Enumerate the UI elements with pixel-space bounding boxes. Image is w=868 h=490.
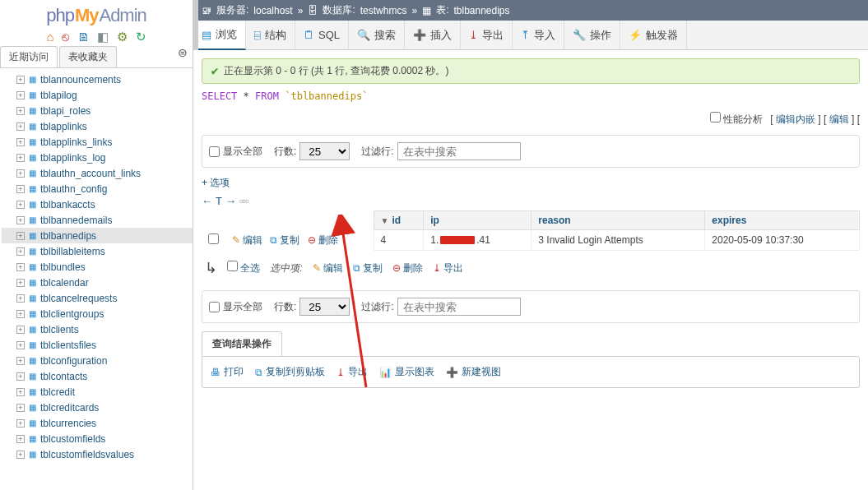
gear-icon[interactable]: ⚙ <box>117 30 128 44</box>
tree-item-tblapi_roles[interactable]: +▦tblapi_roles <box>2 103 193 118</box>
expand-icon[interactable]: + <box>16 169 25 178</box>
sel-copy[interactable]: ⧉复制 <box>353 261 383 275</box>
expand-icon[interactable]: + <box>16 107 25 115</box>
expand-icon[interactable]: + <box>16 310 25 318</box>
expand-icon[interactable]: + <box>16 357 25 365</box>
tab-insert[interactable]: ➕插入 <box>405 21 461 49</box>
tree-item-tblbannedips[interactable]: +▦tblbannedips <box>2 228 193 243</box>
expand-icon[interactable]: + <box>16 279 25 287</box>
expand-icon[interactable]: + <box>16 263 25 271</box>
tree-item-tblbankaccts[interactable]: +▦tblbankaccts <box>2 196 193 212</box>
op-chart[interactable]: 📊显示图表 <box>379 365 434 379</box>
expand-icon[interactable]: + <box>16 232 25 240</box>
col-reason[interactable]: reason <box>531 211 705 230</box>
tree-item-tblbillableitems[interactable]: +▦tblbillableitems <box>2 243 193 259</box>
tree-item-tblcancelrequests[interactable]: +▦tblcancelrequests <box>2 290 193 306</box>
tab-sql[interactable]: 🗒SQL <box>295 21 349 49</box>
home-icon[interactable]: ⌂ <box>46 30 53 44</box>
col-id[interactable]: ▼id <box>374 211 424 230</box>
breadcrumb-server[interactable]: localhost <box>253 5 292 16</box>
tab-recent[interactable]: 近期访问 <box>0 46 58 67</box>
tab-import[interactable]: ⤒导入 <box>513 21 564 49</box>
tree-item-tblbannedemails[interactable]: +▦tblbannedemails <box>2 212 193 228</box>
row-copy-link[interactable]: ⧉复制 <box>270 233 299 247</box>
expand-icon[interactable]: + <box>16 341 25 349</box>
tree-item-tblclientsfiles[interactable]: +▦tblclientsfiles <box>2 337 193 353</box>
edit-inline-link[interactable]: 编辑内嵌 <box>776 113 815 125</box>
tree-item-tblapplinks[interactable]: +▦tblapplinks <box>2 118 193 134</box>
op-export[interactable]: ⤓导出 <box>337 365 368 379</box>
row-checkbox[interactable] <box>208 233 219 244</box>
expand-icon[interactable]: + <box>16 247 25 256</box>
show-all-checkbox[interactable] <box>209 146 220 157</box>
tab-triggers[interactable]: ⚡触发器 <box>620 21 687 49</box>
tree-item-tblapilog[interactable]: +▦tblapilog <box>2 87 193 103</box>
reload-icon[interactable]: ↻ <box>136 30 146 44</box>
check-all-link[interactable]: 全选 <box>240 261 260 275</box>
expand-icon[interactable]: + <box>16 326 25 334</box>
tree-item-tblcreditcards[interactable]: +▦tblcreditcards <box>2 400 193 415</box>
tree-item-tblbundles[interactable]: +▦tblbundles <box>2 259 193 275</box>
tree-item-tblcredit[interactable]: +▦tblcredit <box>2 384 193 400</box>
col-expires[interactable]: expires <box>705 211 860 230</box>
col-ip[interactable]: ip <box>424 211 531 230</box>
tab-favorites[interactable]: 表收藏夹 <box>59 46 117 67</box>
op-print[interactable]: 🖶打印 <box>211 365 244 379</box>
tree-item-tblauthn_config[interactable]: +▦tblauthn_config <box>2 181 193 196</box>
tree-item-tblcalendar[interactable]: +▦tblcalendar <box>2 275 193 290</box>
tree-item-tblclientgroups[interactable]: +▦tblclientgroups <box>2 306 193 321</box>
sel-edit[interactable]: ✎编辑 <box>313 261 343 275</box>
breadcrumb-db[interactable]: testwhmcs <box>360 5 407 16</box>
expand-icon[interactable]: + <box>16 122 25 131</box>
tab-browse[interactable]: ▤浏览 <box>193 21 246 50</box>
expand-icon[interactable]: + <box>16 435 25 443</box>
profiling-checkbox[interactable] <box>710 112 721 122</box>
docs-icon[interactable]: 🗎 <box>77 30 90 44</box>
expand-icon[interactable]: + <box>16 91 25 99</box>
cell-ip[interactable]: 1. .41 <box>424 230 531 251</box>
op-create-view[interactable]: ➕新建视图 <box>446 365 501 379</box>
extra-options[interactable]: + 选项 <box>202 173 860 193</box>
nav-settings-icon[interactable]: ◧ <box>97 30 109 44</box>
tree-item-tblcurrencies[interactable]: +▦tblcurrencies <box>2 415 193 431</box>
tab-operations[interactable]: 🔧操作 <box>564 21 620 49</box>
tab-search[interactable]: 🔍搜索 <box>349 21 405 49</box>
sel-delete[interactable]: ⊖删除 <box>392 261 423 275</box>
expand-icon[interactable]: + <box>16 404 25 412</box>
row-edit-link[interactable]: ✎编辑 <box>232 233 262 247</box>
expand-icon[interactable]: + <box>16 185 25 193</box>
tree-item-tblannouncements[interactable]: +▦tblannouncements <box>2 72 193 87</box>
sort-control[interactable]: ← T → ▫▫▫ <box>202 193 860 210</box>
tree-item-tblconfiguration[interactable]: +▦tblconfiguration <box>2 353 193 368</box>
check-all[interactable] <box>227 261 238 271</box>
expand-icon[interactable]: + <box>16 201 25 209</box>
expand-icon[interactable]: + <box>16 216 25 224</box>
expand-icon[interactable]: + <box>16 419 25 428</box>
expand-icon[interactable]: + <box>16 451 25 459</box>
expand-icon[interactable]: + <box>16 388 25 396</box>
tab-export[interactable]: ⤓导出 <box>461 21 513 49</box>
expand-icon[interactable]: + <box>16 372 25 381</box>
tree-item-tblauthn_account_links[interactable]: +▦tblauthn_account_links <box>2 165 193 181</box>
logout-icon[interactable]: ⎋ <box>62 30 69 44</box>
expand-icon[interactable]: + <box>16 76 25 84</box>
cell-reason[interactable]: 3 Invalid Login Attempts <box>531 230 705 251</box>
rows-select[interactable]: 25 <box>299 142 350 160</box>
filter-input[interactable] <box>397 142 521 160</box>
sel-export[interactable]: ⤓导出 <box>433 261 463 275</box>
expand-icon[interactable]: + <box>16 138 25 146</box>
expand-icon[interactable]: + <box>16 294 25 303</box>
cell-expires[interactable]: 2020-05-09 10:37:30 <box>705 230 860 251</box>
tree-item-tblapplinks_links[interactable]: +▦tblapplinks_links <box>2 134 193 150</box>
show-all-checkbox-2[interactable] <box>209 302 220 312</box>
edit-link[interactable]: 编辑 <box>829 113 849 125</box>
expand-icon[interactable]: + <box>16 154 25 162</box>
row-delete-link[interactable]: ⊖删除 <box>308 233 338 247</box>
tree-item-tblcontacts[interactable]: +▦tblcontacts <box>2 368 193 384</box>
sidebar-collapse-icon[interactable]: ⊜ <box>178 46 188 59</box>
tree-item-tblcustomfields[interactable]: +▦tblcustomfields <box>2 431 193 446</box>
cell-id[interactable]: 4 <box>374 230 424 251</box>
tab-structure[interactable]: ⌸结构 <box>246 21 295 49</box>
tree-item-tblapplinks_log[interactable]: +▦tblapplinks_log <box>2 150 193 165</box>
tree-item-tblcustomfieldsvalues[interactable]: +▦tblcustomfieldsvalues <box>2 446 193 462</box>
